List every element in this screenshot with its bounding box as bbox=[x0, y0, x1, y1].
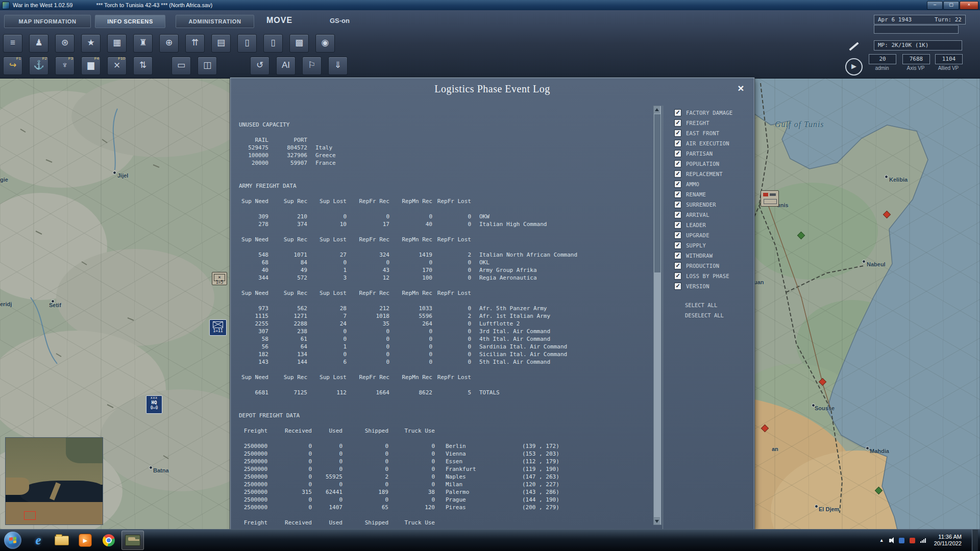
taskbar-clock[interactable]: 11:36 AM 20/11/2022 bbox=[934, 534, 962, 547]
end-turn-button[interactable]: ▶ bbox=[845, 58, 863, 76]
checkbox-checked-icon[interactable]: ✓ bbox=[674, 160, 681, 167]
show-desktop-button[interactable] bbox=[972, 530, 978, 551]
toolbar-icon[interactable]: ▯ bbox=[263, 34, 283, 53]
taskbar-chrome[interactable] bbox=[98, 531, 119, 549]
toolbar-icon[interactable]: ≡ bbox=[3, 34, 22, 53]
filter-checkbox-row[interactable]: ✓ WITHDRAW bbox=[674, 253, 754, 259]
close-window-button[interactable]: × bbox=[960, 1, 978, 10]
filter-checkbox-row[interactable]: ✓ PARTISAN bbox=[674, 151, 754, 157]
select-all-link[interactable]: SELECT ALL bbox=[685, 300, 754, 310]
toolbar-icon[interactable]: ⚐ bbox=[302, 57, 322, 75]
checkbox-checked-icon[interactable]: ✓ bbox=[674, 130, 681, 137]
checkbox-checked-icon[interactable]: ✓ bbox=[674, 221, 681, 229]
toolbar-icon[interactable]: ▦ bbox=[107, 34, 127, 53]
toolbar-icon[interactable]: ⨯F10 bbox=[107, 57, 127, 75]
filter-checkbox-row[interactable]: ✓ ARRIVAL bbox=[674, 212, 754, 218]
toolbar-icon[interactable]: ♆F3 bbox=[55, 57, 75, 75]
checkbox-checked-icon[interactable]: ✓ bbox=[674, 191, 681, 198]
edit-pencil-icon[interactable] bbox=[847, 40, 861, 53]
toolbar-icon[interactable]: ⊕ bbox=[159, 34, 179, 53]
filter-checkbox-row[interactable]: ✓ RENAME bbox=[674, 191, 754, 197]
checkbox-checked-icon[interactable]: ✓ bbox=[674, 211, 681, 218]
taskbar-media-player[interactable]: ▶ bbox=[75, 531, 96, 549]
toolbar-icon[interactable]: ★ bbox=[81, 34, 101, 53]
checkbox-checked-icon[interactable]: ✓ bbox=[674, 140, 681, 147]
filter-checkbox-row[interactable]: ✓ SUPPLY bbox=[674, 242, 754, 248]
filter-checkbox-row[interactable]: ✓ PRODUCTION bbox=[674, 263, 754, 269]
checkbox-checked-icon[interactable]: ✓ bbox=[674, 170, 681, 178]
unit-counter-infantry[interactable]: 1=11 bbox=[209, 319, 227, 336]
maximize-button[interactable]: ▢ bbox=[943, 1, 959, 10]
filter-checkbox-row[interactable]: ✓ VERSION bbox=[674, 283, 754, 289]
toolbar-icon[interactable]: ▯ bbox=[237, 34, 257, 53]
checkbox-checked-icon[interactable]: ✓ bbox=[674, 232, 681, 239]
toolbar-icon[interactable]: ↺ bbox=[250, 57, 270, 75]
toolbar-icon[interactable]: ⊛ bbox=[55, 34, 75, 53]
tray-app-icon-blue[interactable] bbox=[899, 538, 904, 543]
filter-checkbox-row[interactable]: ✓ AMMO bbox=[674, 181, 754, 187]
toolbar-icon[interactable]: ♟ bbox=[29, 34, 48, 53]
unit-counter-tunis[interactable] bbox=[761, 190, 779, 207]
toolbar-icon[interactable]: ♜ bbox=[133, 34, 153, 53]
menu-map-information[interactable]: MAP INFORMATION bbox=[4, 15, 91, 28]
mail-marker[interactable]: ✕ 1=5 bbox=[212, 272, 227, 285]
scrollbar-thumb[interactable] bbox=[654, 114, 661, 273]
filter-checkbox-row[interactable]: ✓ UPGRADE bbox=[674, 232, 754, 238]
checkbox-checked-icon[interactable]: ✓ bbox=[674, 181, 681, 188]
toolbar-icon[interactable]: ⚓F2 bbox=[29, 57, 48, 75]
checkbox-checked-icon[interactable]: ✓ bbox=[674, 150, 681, 157]
checkbox-checked-icon[interactable]: ✓ bbox=[674, 109, 681, 116]
toolbar-icon[interactable]: ▤ bbox=[211, 34, 231, 53]
checkbox-checked-icon[interactable]: ✓ bbox=[674, 242, 681, 249]
checkbox-checked-icon[interactable]: ✓ bbox=[674, 201, 681, 208]
toolbar-icon[interactable]: ⇈ bbox=[185, 34, 205, 53]
filter-checkbox-row[interactable]: ✓ EAST FRONT bbox=[674, 130, 754, 136]
toolbar-icon[interactable]: ▭ bbox=[172, 57, 191, 75]
unit-counter-hq[interactable]: XXX HQ 0=0 bbox=[146, 395, 162, 414]
dialog-scrollbar[interactable] bbox=[653, 106, 662, 525]
dialog-close-button[interactable]: × bbox=[734, 82, 748, 95]
volume-icon[interactable] bbox=[889, 537, 894, 543]
toolbar-icon[interactable]: AI bbox=[276, 57, 296, 75]
filter-checkbox-row[interactable]: ✓ FACTORY DAMAGE bbox=[674, 110, 754, 116]
filter-checkbox-row[interactable]: ✓ POPULATION bbox=[674, 161, 754, 167]
filter-checkbox-row[interactable]: ✓ LEADER bbox=[674, 222, 754, 228]
start-button[interactable] bbox=[4, 532, 21, 549]
window-titlebar[interactable]: War in the West 1.02.59 *** Torch to Tun… bbox=[0, 0, 980, 10]
tray-app-icon-red[interactable] bbox=[910, 538, 915, 543]
deselect-all-link[interactable]: DESELECT ALL bbox=[685, 310, 754, 320]
checkbox-checked-icon[interactable]: ✓ bbox=[674, 272, 681, 280]
checkbox-checked-icon[interactable]: ✓ bbox=[674, 283, 681, 290]
allied-vp-value: 1104 bbox=[935, 54, 963, 64]
scroll-up-arrow[interactable] bbox=[654, 106, 660, 113]
toolbar-icon[interactable]: ◫ bbox=[198, 57, 217, 75]
taskbar-war-in-the-west[interactable] bbox=[121, 531, 144, 550]
filter-checkbox-row[interactable]: ✓ AIR EXECUTION bbox=[674, 140, 754, 146]
minimize-button[interactable]: – bbox=[927, 1, 943, 10]
filter-checkbox-row[interactable]: ✓ LOSS BY PHASE bbox=[674, 273, 754, 279]
menu-gs-toggle[interactable]: GS-on bbox=[330, 17, 350, 24]
filter-checkbox-row[interactable]: ✓ FREIGHT bbox=[674, 120, 754, 126]
toolbar-icon[interactable]: ▩ bbox=[289, 34, 309, 53]
tray-expand-icon[interactable]: ▲ bbox=[879, 538, 884, 543]
taskbar-internet-explorer[interactable]: e bbox=[28, 531, 49, 549]
checkbox-checked-icon[interactable]: ✓ bbox=[674, 119, 681, 127]
taskbar-file-explorer[interactable] bbox=[51, 531, 72, 549]
network-icon[interactable] bbox=[920, 538, 926, 543]
checkbox-checked-icon[interactable]: ✓ bbox=[674, 252, 681, 259]
toolbar-icon[interactable]: ⇅ bbox=[133, 57, 153, 75]
menu-move[interactable]: MOVE bbox=[266, 16, 292, 25]
menu-info-screens[interactable]: INFO SCREENS bbox=[95, 15, 165, 28]
filter-checkbox-row[interactable]: ✓ SURRENDER bbox=[674, 202, 754, 208]
checkbox-checked-icon[interactable]: ✓ bbox=[674, 262, 681, 269]
toolbar-icon[interactable]: ▆F4 bbox=[81, 57, 101, 75]
scroll-down-arrow[interactable] bbox=[654, 517, 660, 524]
app-icon bbox=[2, 2, 10, 9]
toolbar-icon[interactable]: ⇓ bbox=[328, 57, 348, 75]
minimap[interactable] bbox=[5, 437, 103, 525]
menu-administration[interactable]: ADMINISTRATION bbox=[176, 15, 254, 28]
filter-checkbox-row[interactable]: ✓ REPLACEMENT bbox=[674, 171, 754, 177]
minimap-viewport-box[interactable] bbox=[24, 511, 36, 520]
toolbar-icon[interactable]: ↪F1 bbox=[3, 57, 22, 75]
toolbar-icon[interactable]: ◉ bbox=[315, 34, 335, 53]
